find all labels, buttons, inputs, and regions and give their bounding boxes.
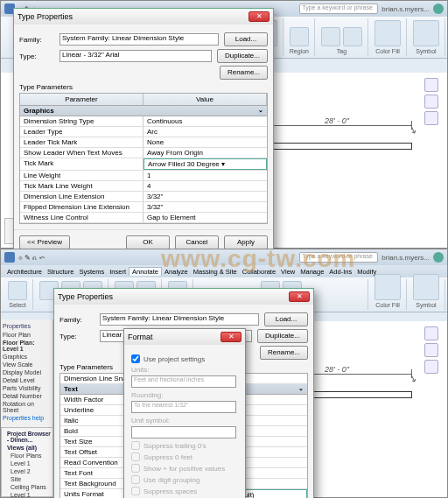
duplicate-button[interactable]: Duplicate... [257,329,308,343]
param-row[interactable]: Tick Mark Line Weight4 [20,181,267,192]
ribbon-tab[interactable]: Massing & Site [191,268,240,276]
dialog-titlebar[interactable]: Format ✕ [124,329,245,345]
param-value[interactable] [144,223,267,224]
browser-node[interactable]: Floor Plans [4,452,51,459]
tag-button-2[interactable] [343,27,362,46]
use-project-settings-checkbox[interactable]: Use project settings [131,354,238,363]
ribbon-group-region: Region [284,18,315,56]
param-value[interactable]: 3/32" [144,202,267,212]
param-value[interactable]: None [144,137,267,147]
property-row[interactable]: Graphics [3,353,51,361]
ribbon-tab[interactable]: Insert [107,268,129,276]
symbol-button[interactable] [413,20,439,46]
apply-button[interactable]: Apply [224,235,268,249]
ribbon-tab[interactable]: Systems [76,268,107,276]
param-row[interactable]: Dimension Line Extension3/32" [20,192,267,202]
group-graphics[interactable]: Graphics⌄ [20,106,267,116]
rename-button[interactable]: Rename... [260,346,308,360]
colorfill-button[interactable] [374,274,401,300]
param-value[interactable]: Continuous [144,116,267,126]
ribbon-tab[interactable]: Add-Ins [326,268,354,276]
load-button[interactable]: Load... [264,312,308,326]
project-browser[interactable]: Project Browser - Dimen... Views (all)Fl… [1,427,53,497]
dialog-title: Type Properties [58,292,289,301]
browser-node[interactable]: Level 1 [4,459,51,467]
ribbon-tab[interactable]: Annotate [129,267,162,276]
param-row[interactable]: Tick MarkArrow Filled 30 Degree ▾ [20,158,267,171]
type-select[interactable]: Linear - 3/32" Arial [60,50,212,62]
family-select[interactable]: System Family: Linear Dimension Style [60,33,219,46]
close-button[interactable]: ✕ [248,11,270,22]
param-row[interactable]: Leader TypeArc [20,127,267,137]
property-row[interactable]: View Scale [3,361,51,368]
ribbon-tab[interactable]: Collaborate [240,268,278,276]
browser-node[interactable]: Site [4,475,51,483]
region-button[interactable] [290,27,309,46]
colorfill-button[interactable] [374,20,401,46]
param-value[interactable]: Away From Origin [144,148,267,158]
rename-button[interactable]: Rename... [220,66,268,80]
param-value[interactable]: 4 [144,181,267,191]
tag-button[interactable] [321,27,340,46]
property-row[interactable]: Detail Number [3,392,51,400]
ribbon-tab[interactable]: Architecture [4,268,45,276]
property-row[interactable]: Parts Visibility [3,384,51,392]
view-cube[interactable] [424,326,440,379]
ribbon-tab[interactable]: Analyze [162,268,191,276]
ribbon-tab[interactable]: View [278,268,298,276]
load-button[interactable]: Load... [224,32,268,46]
ribbon-group-symbol: Symbol [408,279,445,310]
view-cube[interactable] [424,78,440,130]
dialog-titlebar[interactable]: Type Properties ✕ [14,9,273,25]
parameter-grid[interactable]: ParameterValue Graphics⌄ Dimension Strin… [19,93,268,224]
search-input[interactable]: Type a keyword or phrase [299,4,378,14]
ribbon-tab[interactable]: Structure [45,268,76,276]
browser-node[interactable]: Views (all) [4,444,51,452]
duplicate-button[interactable]: Duplicate... [217,49,268,63]
property-row[interactable]: Display Model [3,368,51,376]
property-row[interactable]: Detail Level [3,376,51,384]
family-select[interactable]: System Family: Linear Dimension Style [100,313,259,326]
param-value[interactable]: Arrow Filled 30 Degree ▾ [144,158,267,170]
close-button[interactable]: ✕ [220,332,242,342]
browser-node[interactable]: Ceiling Plans [4,483,51,491]
close-button[interactable]: ✕ [289,291,310,302]
ribbon-tab[interactable]: Manage [298,268,326,276]
dialog-titlebar[interactable]: Type Properties ✕ [54,289,313,305]
ok-button[interactable]: OK [126,235,170,249]
dialog-title: Type Properties [18,12,248,21]
preview-button[interactable]: << Preview [19,235,70,249]
param-row[interactable]: Dimension String TypeContinuous [20,116,267,127]
param-row[interactable]: Show Leader When Text MovesAway From Ori… [20,148,267,158]
help-icon[interactable] [433,4,444,14]
user-label[interactable]: brian.s.myers... [382,254,430,262]
param-name: Flipped Dimension Line Extension [20,202,144,212]
browser-node[interactable]: Level 2 [4,467,51,475]
cancel-button[interactable]: Cancel [175,235,219,249]
unit-symbol-label: Unit symbol: [131,417,238,424]
param-value[interactable]: Arc [144,127,267,137]
select-icon[interactable] [8,281,27,300]
suppress-trailing-checkbox: Suppress trailing 0's [131,441,238,450]
browser-node[interactable]: Level 1 [4,491,51,498]
units-label: Units: [131,366,238,374]
param-row[interactable]: Flipped Dimension Line Extension3/32" [20,202,267,213]
param-value[interactable]: Gap to Element [144,213,267,222]
symbol-button[interactable] [413,274,439,300]
param-row[interactable]: Leader Tick MarkNone [20,137,267,148]
properties-help-link[interactable]: Properties help [3,414,51,422]
param-row[interactable]: Witness Line Length [20,223,267,224]
plan-name[interactable]: Floor Plan: Level 1 [3,339,51,353]
app-icon[interactable] [4,252,15,263]
param-value[interactable]: 3/32" [144,192,267,201]
units-select: Feet and fractional inches [131,375,236,388]
user-label[interactable]: brian.s.myers... [382,5,430,13]
param-name: Dimension Line Extension [20,192,144,201]
param-row[interactable]: Witness Line ControlGap to Element [20,213,267,223]
property-row[interactable]: Rotation on Sheet [3,400,51,414]
rounding-select: To the nearest 1/32" [131,401,236,413]
param-value[interactable]: 1 [144,171,267,180]
param-row[interactable]: Line Weight1 [20,171,267,181]
search-input[interactable]: Type a keyword or phrase [299,252,378,263]
help-icon[interactable] [433,252,444,263]
